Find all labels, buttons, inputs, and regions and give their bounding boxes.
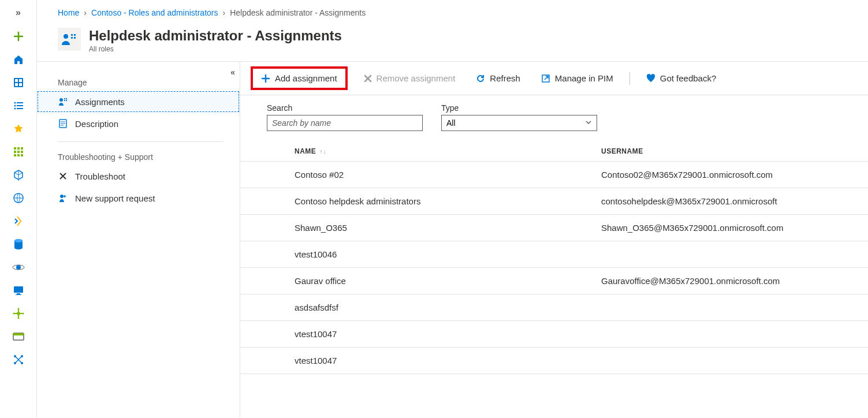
- table-row[interactable]: vtest10047: [240, 321, 868, 348]
- table-row[interactable]: Contoso #02Contoso02@M365x729001.onmicro…: [240, 162, 868, 188]
- star-icon[interactable]: [12, 122, 25, 135]
- sidebar-item-new-support[interactable]: New support request: [37, 187, 240, 209]
- column-header-name[interactable]: NAME ↑↓: [240, 147, 601, 155]
- svg-rect-46: [66, 98, 67, 99]
- svg-point-28: [17, 312, 20, 315]
- feedback-button[interactable]: Got feedback?: [642, 70, 721, 87]
- svg-rect-26: [17, 293, 20, 294]
- cosmos-icon[interactable]: [12, 261, 25, 274]
- assignments-icon: [58, 96, 68, 107]
- svg-point-22: [14, 239, 23, 242]
- page-subtitle: All roles: [89, 45, 342, 53]
- column-header-username[interactable]: USERNAME: [601, 147, 643, 155]
- svg-point-36: [21, 355, 23, 357]
- breadcrumb: Home › Contoso - Roles and administrator…: [37, 0, 868, 21]
- expand-rail-icon[interactable]: »: [7, 6, 30, 20]
- sidebar-item-assignments[interactable]: Assignments: [37, 91, 240, 113]
- cell-username: [601, 249, 868, 259]
- svg-rect-42: [71, 37, 73, 39]
- sidebar-item-label: Description: [75, 119, 118, 129]
- home-icon[interactable]: [12, 53, 25, 66]
- svg-rect-1: [15, 79, 18, 82]
- svg-rect-16: [21, 151, 23, 153]
- breadcrumb-roles[interactable]: Contoso - Roles and administrators: [91, 8, 218, 17]
- refresh-button[interactable]: Refresh: [471, 70, 525, 87]
- svg-point-32: [22, 313, 24, 315]
- cube-icon[interactable]: [12, 169, 25, 181]
- svg-rect-48: [66, 100, 67, 101]
- heart-icon: [646, 74, 655, 83]
- button-label: Manage in PIM: [555, 73, 613, 83]
- svg-point-35: [14, 355, 16, 357]
- support-icon: [58, 193, 68, 203]
- sidebar-section-manage: Manage: [37, 73, 240, 91]
- document-icon: [58, 118, 68, 129]
- external-link-icon: [541, 74, 550, 83]
- left-icon-rail: »: [0, 0, 37, 418]
- plus-icon: [261, 74, 270, 83]
- grid-icon[interactable]: [12, 145, 25, 158]
- table-row[interactable]: vtest10047: [240, 348, 868, 374]
- refresh-icon: [476, 74, 485, 83]
- cell-name: vtest10047: [240, 356, 601, 365]
- sidebar-item-label: Assignments: [75, 97, 125, 107]
- cell-name: asdsafsdfsf: [240, 303, 601, 312]
- svg-point-29: [17, 308, 19, 310]
- button-label: Add assignment: [275, 73, 337, 83]
- x-icon: [364, 74, 372, 83]
- sql-icon[interactable]: [12, 238, 25, 251]
- svg-rect-10: [17, 108, 23, 109]
- tools-icon: [58, 171, 68, 181]
- add-assignment-button[interactable]: Add assignment: [256, 70, 342, 87]
- sidebar-item-description[interactable]: Description: [37, 113, 240, 135]
- sidebar-item-troubleshoot[interactable]: Troubleshoot: [37, 165, 240, 187]
- svg-rect-12: [17, 147, 20, 150]
- svg-point-37: [14, 362, 16, 364]
- svg-point-5: [14, 102, 16, 104]
- svg-rect-8: [17, 105, 23, 106]
- table-row[interactable]: vtest10046: [240, 241, 868, 268]
- table-header: NAME ↑↓ USERNAME: [240, 141, 868, 162]
- cell-name: Shawn_O365: [240, 223, 601, 233]
- table-row[interactable]: asdsafsdfsf: [240, 294, 868, 321]
- list-icon[interactable]: [12, 99, 25, 112]
- svg-rect-14: [14, 151, 16, 153]
- type-select[interactable]: All: [441, 115, 597, 131]
- highlight-add-assignment: Add assignment: [251, 66, 348, 90]
- load-balancer-icon[interactable]: [12, 307, 25, 320]
- table-row[interactable]: Gaurav officeGauravoffice@M365x729001.on…: [240, 268, 868, 294]
- svg-rect-40: [71, 34, 73, 36]
- table-row[interactable]: Shawn_O365Shawn_O365@M365x729001.onmicro…: [240, 215, 868, 241]
- svg-point-31: [13, 313, 14, 315]
- cell-name: vtest10047: [240, 329, 601, 339]
- cell-name: Contoso #02: [240, 170, 601, 180]
- function-icon[interactable]: [12, 215, 25, 227]
- manage-pim-button[interactable]: Manage in PIM: [537, 70, 618, 87]
- svg-rect-17: [14, 154, 16, 156]
- separator: [629, 72, 630, 85]
- globe-icon[interactable]: [12, 192, 25, 204]
- filters-row: Search Type All: [240, 95, 868, 137]
- search-input[interactable]: [267, 115, 423, 131]
- plus-icon[interactable]: [12, 30, 25, 43]
- table-row[interactable]: Contoso helpdesk administratorscontosohe…: [240, 188, 868, 215]
- svg-rect-15: [17, 151, 20, 153]
- button-label: Remove assignment: [377, 73, 456, 83]
- cell-username: Gauravoffice@M365x729001.onmicrosoft.com: [601, 276, 868, 286]
- storage-icon[interactable]: [12, 330, 25, 343]
- svg-rect-11: [14, 147, 16, 150]
- network-icon[interactable]: [12, 353, 25, 366]
- svg-rect-18: [17, 154, 20, 156]
- dashboard-icon[interactable]: [12, 76, 25, 89]
- svg-point-30: [17, 318, 19, 319]
- svg-rect-19: [21, 154, 23, 156]
- svg-rect-4: [19, 83, 22, 86]
- type-label: Type: [441, 103, 597, 113]
- vm-icon[interactable]: [12, 284, 25, 297]
- collapse-sidebar-icon[interactable]: «: [230, 68, 235, 77]
- svg-rect-34: [13, 333, 24, 335]
- button-label: Got feedback?: [660, 73, 717, 83]
- svg-rect-3: [15, 83, 18, 86]
- svg-point-53: [60, 195, 64, 198]
- breadcrumb-home[interactable]: Home: [58, 8, 79, 17]
